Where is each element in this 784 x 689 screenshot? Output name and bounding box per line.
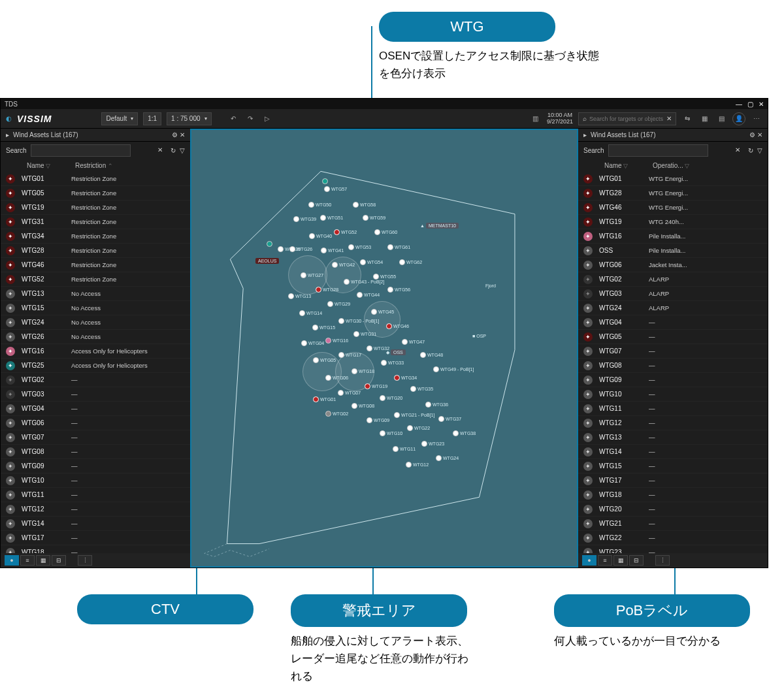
table-row[interactable]: ✦OSSPile Installa... <box>578 244 768 258</box>
table-row[interactable]: ✦WTG11— <box>1 488 190 502</box>
filter-icon[interactable]: ▽ <box>685 163 689 169</box>
table-row[interactable]: ✦WTG05Restriction Zone <box>1 186 190 200</box>
wtg-marker[interactable]: WTG45 <box>371 309 394 315</box>
table-row[interactable]: ✦WTG04— <box>578 315 768 330</box>
wtg-marker[interactable]: WTG11 <box>393 446 416 452</box>
map-mode-icon[interactable]: ▥ <box>530 113 542 125</box>
wtg-marker[interactable]: WTG57 <box>324 186 347 192</box>
wtg-marker[interactable]: WTG62 <box>399 259 422 265</box>
table-row[interactable]: ✦WTG28Restriction Zone <box>1 244 190 258</box>
table-row[interactable]: ✦WTG22— <box>578 531 768 545</box>
table-row[interactable]: ✦WTG11— <box>578 402 768 416</box>
wtg-marker[interactable]: WTG42 <box>332 262 355 268</box>
wtg-marker[interactable]: WTG09 <box>367 417 389 423</box>
table-row[interactable]: ✦WTG26No Access <box>1 330 190 344</box>
table-row[interactable]: ✦WTG06Jacket Insta... <box>578 258 768 272</box>
table-row[interactable]: ✦WTG08— <box>578 359 768 373</box>
metmast-label[interactable]: ▲ METMAST10 <box>420 223 459 229</box>
table-row[interactable]: ✦WTG19WTG 240h... <box>578 215 768 229</box>
wtg-marker[interactable]: WTG39 <box>293 216 316 222</box>
right-search-input[interactable] <box>608 144 708 157</box>
filter-icon[interactable]: ▽ <box>46 163 50 169</box>
global-search[interactable]: ⌕ ✕ <box>578 112 676 125</box>
wtg-marker[interactable]: WTG14 <box>299 310 322 316</box>
wtg-marker[interactable]: WTG05 <box>313 357 336 363</box>
wtg-marker[interactable]: WTG29 <box>327 301 350 307</box>
wtg-marker[interactable]: WTG60 <box>374 229 397 235</box>
wtg-marker[interactable]: WTG19 <box>365 383 387 389</box>
preset-dropdown[interactable]: Default▾ <box>101 112 138 125</box>
wtg-marker[interactable]: WTG37 <box>438 416 461 422</box>
table-row[interactable]: ✦WTG14— <box>1 517 190 531</box>
user-icon[interactable]: 👤 <box>732 112 745 125</box>
wtg-marker[interactable]: WTG22 <box>407 425 430 431</box>
view-list-icon[interactable]: ≡ <box>598 555 612 566</box>
table-row[interactable]: ✦WTG24No Access <box>1 315 190 330</box>
gear-icon[interactable]: ⚙ <box>172 131 178 138</box>
table-row[interactable]: ✦WTG03— <box>1 387 190 402</box>
table-row[interactable]: ✦WTG10— <box>1 473 190 488</box>
wtg-marker[interactable]: WTG32 <box>367 345 389 351</box>
wtg-marker[interactable]: WTG50 <box>308 202 331 208</box>
table-row[interactable]: ✦WTG10— <box>578 387 768 402</box>
wtg-marker[interactable]: WTG13 <box>288 293 311 299</box>
osp-label[interactable]: ■ OSP <box>472 334 486 338</box>
window-maximize-icon[interactable]: ▢ <box>747 101 753 108</box>
wtg-marker[interactable]: WTG23 <box>421 441 444 447</box>
scale-dropdown[interactable]: 1 : 75 000▾ <box>167 112 211 125</box>
table-row[interactable]: ✦WTG12— <box>578 416 768 430</box>
wtg-marker[interactable]: WTG44 <box>357 292 380 298</box>
left-search-input[interactable] <box>31 144 131 157</box>
more-icon[interactable]: ⋯ <box>751 113 762 125</box>
col-restriction[interactable]: Restriction <box>75 162 106 169</box>
wtg-marker[interactable]: WTG58 <box>353 202 376 208</box>
table-row[interactable]: ✦WTG01Restriction Zone <box>1 172 190 186</box>
wtg-marker[interactable]: WTG15 <box>312 325 335 330</box>
table-row[interactable]: ✦WTG13No Access <box>1 287 190 301</box>
col-name[interactable]: Name <box>27 162 44 169</box>
layout-icon[interactable]: ⇆ <box>681 113 693 125</box>
table-row[interactable]: ✦WTG18— <box>1 545 190 553</box>
wtg-marker[interactable]: WTG31 <box>353 331 376 337</box>
wtg-marker[interactable]: WTG56 <box>387 287 410 293</box>
col-operation[interactable]: Operatio... <box>653 162 683 169</box>
global-search-input[interactable] <box>589 116 664 122</box>
table-row[interactable]: ✦WTG02ALARP <box>578 272 768 287</box>
table-row[interactable]: ✦WTG24ALARP <box>578 301 768 315</box>
table-row[interactable]: ✦WTG18— <box>578 488 768 502</box>
table-row[interactable]: ✦WTG46Restriction Zone <box>1 258 190 272</box>
table-row[interactable]: ✦WTG28WTG Energi... <box>578 186 768 200</box>
wtg-marker[interactable]: WTG17 <box>338 352 361 358</box>
table-row[interactable]: ✦WTG09— <box>1 459 190 473</box>
wtg-marker[interactable]: WTG08 <box>351 403 374 409</box>
wtg-marker[interactable]: WTG36 <box>425 402 448 408</box>
close-icon[interactable]: ✕ <box>180 131 185 138</box>
gear-icon[interactable]: ⚙ <box>749 131 755 138</box>
wtg-marker[interactable]: WTG52 <box>334 229 357 235</box>
table-row[interactable]: ✦WTG16Access Only for Helicopters <box>1 344 190 359</box>
wtg-marker[interactable]: WTG46 <box>386 323 409 329</box>
vessel-aeolus[interactable]: AEOLUS <box>255 258 279 264</box>
wtg-marker[interactable]: WTG38 <box>453 430 476 436</box>
view-list-icon[interactable]: ≡ <box>20 555 35 566</box>
wtg-marker[interactable]: WTG04 <box>301 340 324 346</box>
play-icon[interactable]: ▷ <box>261 113 273 125</box>
wtg-marker[interactable]: WTG27 <box>301 272 323 278</box>
clear-icon[interactable]: ✕ <box>666 115 672 122</box>
table-row[interactable]: ✦WTG46WTG Energi... <box>578 200 768 215</box>
wtg-marker[interactable]: WTG51 <box>320 215 343 221</box>
table-row[interactable]: ✦WTG25Access Only for Helicopters <box>1 359 190 373</box>
table-row[interactable]: ✦WTG07— <box>1 430 190 445</box>
wtg-marker[interactable]: WTG20 <box>380 395 402 401</box>
table-row[interactable]: ✦WTG21— <box>578 517 768 531</box>
wtg-marker[interactable]: WTG28 <box>316 287 338 293</box>
table-row[interactable]: ✦WTG01WTG Energi... <box>578 172 768 186</box>
window-close-icon[interactable]: ✕ <box>759 101 764 108</box>
table-row[interactable]: ✦WTG17— <box>578 473 768 488</box>
wtg-marker[interactable]: WTG02 <box>325 411 348 417</box>
undo-icon[interactable]: ↶ <box>227 113 239 125</box>
wtg-marker[interactable]: WTG21 - PoB[1] <box>394 412 434 418</box>
wtg-marker[interactable]: WTG40 <box>309 233 332 239</box>
table-row[interactable]: ✦WTG02— <box>1 373 190 387</box>
view-compact-icon[interactable]: ⊟ <box>52 555 66 566</box>
